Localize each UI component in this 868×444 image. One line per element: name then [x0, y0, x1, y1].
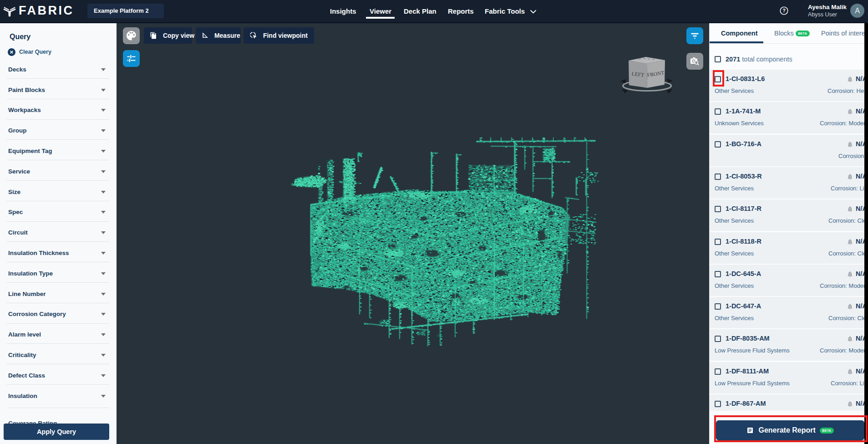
svg-text:?: ? [782, 8, 786, 13]
